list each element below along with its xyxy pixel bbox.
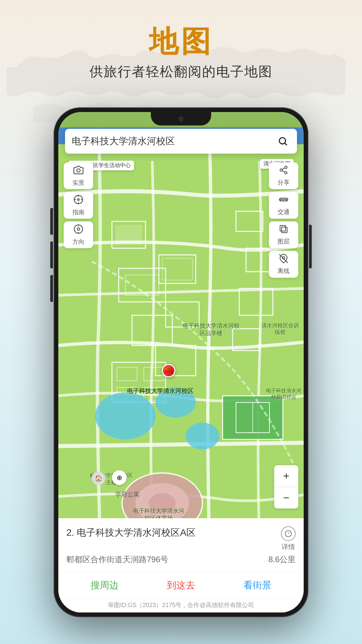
detail-label: 详情 [282, 542, 295, 551]
layers-label: 图层 [278, 237, 290, 246]
compass-indicator[interactable]: ⊕ [112, 470, 127, 485]
navigate-button[interactable]: 到这去 [143, 572, 219, 599]
svg-point-31 [279, 138, 286, 144]
svg-point-40 [280, 169, 283, 171]
copyright-text: 审图ID:GS（2023）2175号，合作@高德软件有限公司 [108, 602, 254, 608]
campus-label-main: 电子科技大学清水河校区 [127, 387, 193, 395]
svg-point-34 [78, 199, 79, 200]
search-bar[interactable]: 电子科技大学清水河校区 [65, 129, 297, 154]
svg-point-39 [285, 166, 287, 168]
svg-point-43 [283, 199, 285, 200]
street-view-button[interactable]: 看街景 [219, 572, 296, 599]
phone-mockup: 电子科技大学 清水河校区学生活动中心 清水河丰四 🇨🇳 [54, 107, 308, 617]
svg-point-44 [286, 199, 287, 200]
zoom-out-button[interactable]: − [274, 487, 298, 508]
direction-label: 方向 [72, 238, 84, 246]
layers-icon [279, 224, 288, 236]
direction-button[interactable]: 方向 [64, 221, 93, 248]
offline-icon [279, 254, 288, 266]
location-address-row: 郫都区合作街道天润路796号 8.6公里 [66, 554, 296, 565]
layers-button[interactable]: 图层 [269, 221, 298, 248]
svg-point-32 [77, 169, 80, 172]
copyright-bar: 审图ID:GS（2023）2175号，合作@高德软件有限公司 [66, 599, 296, 612]
phone-notch [151, 112, 211, 125]
compass-icon [73, 195, 83, 207]
map-area[interactable]: 电子科技大学 清水河校区学生活动中心 清水河丰四 🇨🇳 [58, 112, 304, 612]
page-title-sub: 供旅行者轻松翻阅的电子地图 [0, 62, 362, 81]
search-nearby-button[interactable]: 搜周边 [66, 572, 143, 599]
search-button[interactable] [276, 134, 290, 149]
map-pin: 🇨🇳 [162, 364, 175, 377]
detail-button[interactable]: 详情 [281, 526, 296, 551]
page-title-section: 地图 供旅行者轻松翻阅的电子地图 [0, 0, 362, 81]
xuefugongyu-label: 学府公寓 [115, 490, 139, 498]
location-card-main: 2. 电子科技大学清水河校区A区 详情 [66, 526, 296, 551]
camera-dot [179, 116, 183, 121]
location-distance: 8.6公里 [268, 554, 296, 565]
svg-rect-47 [282, 227, 287, 232]
left-toolbar: 实景 指南 [64, 162, 93, 248]
panorama-label: 实景 [72, 179, 84, 187]
traffic-button[interactable]: 交通 [269, 192, 298, 219]
location-address: 郫都区合作街道天润路796号 [66, 554, 168, 565]
campus-label-hetun: 清水河校区合训练馆 [260, 322, 300, 336]
traffic-label: 交通 [278, 208, 290, 216]
location-card: 2. 电子科技大学清水河校区A区 详情 [58, 518, 304, 612]
info-icon [281, 526, 296, 541]
home-location-icon[interactable]: 🏠 [92, 472, 105, 485]
svg-rect-2 [115, 225, 142, 245]
traffic-icon [279, 195, 288, 207]
svg-point-41 [285, 171, 287, 174]
zoom-controls[interactable]: + − [274, 465, 298, 508]
right-toolbar: 分享 交通 [269, 162, 298, 278]
svg-point-15 [95, 392, 156, 439]
svg-point-42 [280, 199, 282, 200]
share-label: 分享 [278, 178, 290, 186]
offline-button[interactable]: 离线 [269, 251, 298, 278]
direction-icon [73, 224, 83, 236]
campus-label-pinxue: 电子科技大学清水河校区品学楼 [181, 322, 241, 337]
compass-label: 指南 [72, 208, 84, 216]
svg-point-36 [77, 228, 80, 230]
camera-icon [73, 165, 83, 177]
location-title: 2. 电子科技大学清水河校区A区 [66, 526, 276, 539]
svg-rect-46 [280, 225, 286, 231]
page-title-main: 地图 [0, 27, 362, 56]
offline-label: 离线 [278, 267, 290, 275]
zoom-in-button[interactable]: + [274, 465, 298, 487]
share-button[interactable]: 分享 [269, 162, 298, 189]
phone-screen: 电子科技大学 清水河校区学生活动中心 清水河丰四 🇨🇳 [58, 112, 304, 612]
compass-button[interactable]: 指南 [64, 192, 93, 219]
share-icon [279, 165, 288, 177]
search-input[interactable]: 电子科技大学清水河校区 [72, 135, 276, 148]
campus-label-jiaotian: 电子科技清水河校胶田径运 [265, 387, 302, 400]
svg-point-17 [186, 423, 219, 449]
action-buttons: 搜周边 到这去 看街景 [66, 572, 296, 599]
phone-outer: 电子科技大学 清水河校区学生活动中心 清水河丰四 🇨🇳 [54, 107, 308, 617]
panorama-button[interactable]: 实景 [64, 162, 93, 189]
